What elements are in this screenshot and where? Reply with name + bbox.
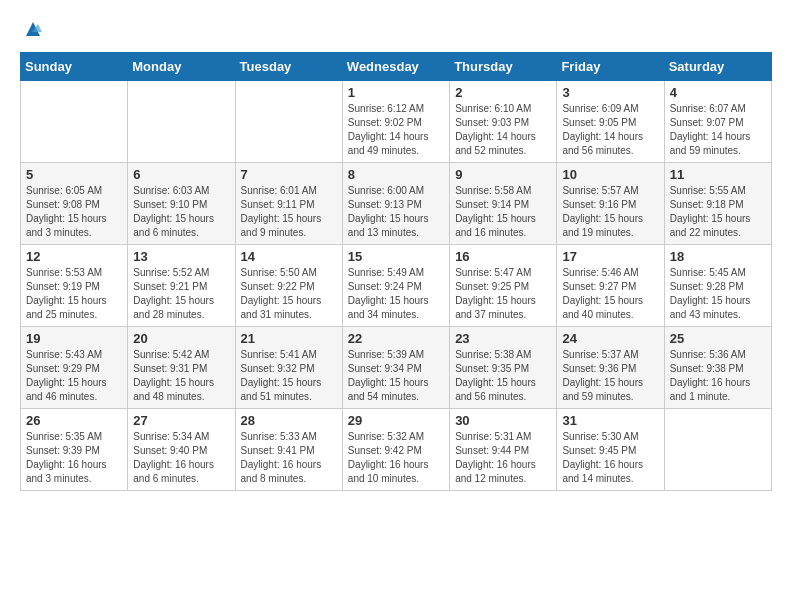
calendar-week-1: 1Sunrise: 6:12 AMSunset: 9:02 PMDaylight… (21, 81, 772, 163)
calendar-cell: 6Sunrise: 6:03 AMSunset: 9:10 PMDaylight… (128, 163, 235, 245)
calendar-table: SundayMondayTuesdayWednesdayThursdayFrid… (20, 52, 772, 491)
day-info: Sunrise: 5:34 AMSunset: 9:40 PMDaylight:… (133, 430, 229, 486)
header-tuesday: Tuesday (235, 53, 342, 81)
calendar-cell: 22Sunrise: 5:39 AMSunset: 9:34 PMDayligh… (342, 327, 449, 409)
day-number: 30 (455, 413, 551, 428)
header-saturday: Saturday (664, 53, 771, 81)
calendar-cell: 24Sunrise: 5:37 AMSunset: 9:36 PMDayligh… (557, 327, 664, 409)
calendar-cell (235, 81, 342, 163)
calendar-week-4: 19Sunrise: 5:43 AMSunset: 9:29 PMDayligh… (21, 327, 772, 409)
day-info: Sunrise: 5:32 AMSunset: 9:42 PMDaylight:… (348, 430, 444, 486)
calendar-cell: 17Sunrise: 5:46 AMSunset: 9:27 PMDayligh… (557, 245, 664, 327)
calendar-cell: 13Sunrise: 5:52 AMSunset: 9:21 PMDayligh… (128, 245, 235, 327)
header-wednesday: Wednesday (342, 53, 449, 81)
header-friday: Friday (557, 53, 664, 81)
day-number: 15 (348, 249, 444, 264)
day-info: Sunrise: 6:00 AMSunset: 9:13 PMDaylight:… (348, 184, 444, 240)
day-info: Sunrise: 5:49 AMSunset: 9:24 PMDaylight:… (348, 266, 444, 322)
day-info: Sunrise: 5:47 AMSunset: 9:25 PMDaylight:… (455, 266, 551, 322)
calendar-cell: 14Sunrise: 5:50 AMSunset: 9:22 PMDayligh… (235, 245, 342, 327)
calendar-cell: 29Sunrise: 5:32 AMSunset: 9:42 PMDayligh… (342, 409, 449, 491)
calendar-week-3: 12Sunrise: 5:53 AMSunset: 9:19 PMDayligh… (21, 245, 772, 327)
day-info: Sunrise: 5:58 AMSunset: 9:14 PMDaylight:… (455, 184, 551, 240)
header-sunday: Sunday (21, 53, 128, 81)
header-monday: Monday (128, 53, 235, 81)
day-number: 8 (348, 167, 444, 182)
day-number: 1 (348, 85, 444, 100)
day-number: 5 (26, 167, 122, 182)
logo (20, 20, 44, 36)
day-info: Sunrise: 6:09 AMSunset: 9:05 PMDaylight:… (562, 102, 658, 158)
calendar-cell: 26Sunrise: 5:35 AMSunset: 9:39 PMDayligh… (21, 409, 128, 491)
day-info: Sunrise: 5:36 AMSunset: 9:38 PMDaylight:… (670, 348, 766, 404)
calendar-cell: 5Sunrise: 6:05 AMSunset: 9:08 PMDaylight… (21, 163, 128, 245)
calendar-cell: 21Sunrise: 5:41 AMSunset: 9:32 PMDayligh… (235, 327, 342, 409)
day-number: 19 (26, 331, 122, 346)
calendar-cell (128, 81, 235, 163)
day-info: Sunrise: 5:46 AMSunset: 9:27 PMDaylight:… (562, 266, 658, 322)
calendar-cell: 28Sunrise: 5:33 AMSunset: 9:41 PMDayligh… (235, 409, 342, 491)
day-info: Sunrise: 5:45 AMSunset: 9:28 PMDaylight:… (670, 266, 766, 322)
day-number: 31 (562, 413, 658, 428)
calendar-cell: 12Sunrise: 5:53 AMSunset: 9:19 PMDayligh… (21, 245, 128, 327)
day-info: Sunrise: 6:01 AMSunset: 9:11 PMDaylight:… (241, 184, 337, 240)
day-info: Sunrise: 5:31 AMSunset: 9:44 PMDaylight:… (455, 430, 551, 486)
day-number: 25 (670, 331, 766, 346)
calendar-cell: 2Sunrise: 6:10 AMSunset: 9:03 PMDaylight… (450, 81, 557, 163)
day-number: 24 (562, 331, 658, 346)
day-info: Sunrise: 5:30 AMSunset: 9:45 PMDaylight:… (562, 430, 658, 486)
header-thursday: Thursday (450, 53, 557, 81)
calendar-cell: 4Sunrise: 6:07 AMSunset: 9:07 PMDaylight… (664, 81, 771, 163)
day-info: Sunrise: 5:37 AMSunset: 9:36 PMDaylight:… (562, 348, 658, 404)
day-info: Sunrise: 6:07 AMSunset: 9:07 PMDaylight:… (670, 102, 766, 158)
calendar-cell: 9Sunrise: 5:58 AMSunset: 9:14 PMDaylight… (450, 163, 557, 245)
day-number: 6 (133, 167, 229, 182)
day-number: 13 (133, 249, 229, 264)
calendar-cell: 19Sunrise: 5:43 AMSunset: 9:29 PMDayligh… (21, 327, 128, 409)
day-info: Sunrise: 5:52 AMSunset: 9:21 PMDaylight:… (133, 266, 229, 322)
day-info: Sunrise: 5:41 AMSunset: 9:32 PMDaylight:… (241, 348, 337, 404)
calendar-cell: 27Sunrise: 5:34 AMSunset: 9:40 PMDayligh… (128, 409, 235, 491)
calendar-cell: 18Sunrise: 5:45 AMSunset: 9:28 PMDayligh… (664, 245, 771, 327)
day-number: 11 (670, 167, 766, 182)
calendar-cell: 20Sunrise: 5:42 AMSunset: 9:31 PMDayligh… (128, 327, 235, 409)
day-number: 14 (241, 249, 337, 264)
day-number: 16 (455, 249, 551, 264)
day-info: Sunrise: 6:10 AMSunset: 9:03 PMDaylight:… (455, 102, 551, 158)
day-info: Sunrise: 6:12 AMSunset: 9:02 PMDaylight:… (348, 102, 444, 158)
day-number: 7 (241, 167, 337, 182)
day-number: 9 (455, 167, 551, 182)
calendar-cell: 1Sunrise: 6:12 AMSunset: 9:02 PMDaylight… (342, 81, 449, 163)
day-number: 26 (26, 413, 122, 428)
page-header (20, 20, 772, 36)
day-number: 20 (133, 331, 229, 346)
calendar-cell: 15Sunrise: 5:49 AMSunset: 9:24 PMDayligh… (342, 245, 449, 327)
calendar-header-row: SundayMondayTuesdayWednesdayThursdayFrid… (21, 53, 772, 81)
logo-icon (22, 18, 44, 40)
day-number: 3 (562, 85, 658, 100)
calendar-cell: 3Sunrise: 6:09 AMSunset: 9:05 PMDaylight… (557, 81, 664, 163)
day-number: 29 (348, 413, 444, 428)
calendar-cell: 30Sunrise: 5:31 AMSunset: 9:44 PMDayligh… (450, 409, 557, 491)
calendar-week-2: 5Sunrise: 6:05 AMSunset: 9:08 PMDaylight… (21, 163, 772, 245)
day-info: Sunrise: 5:43 AMSunset: 9:29 PMDaylight:… (26, 348, 122, 404)
day-number: 4 (670, 85, 766, 100)
calendar-cell (664, 409, 771, 491)
calendar-cell: 10Sunrise: 5:57 AMSunset: 9:16 PMDayligh… (557, 163, 664, 245)
day-number: 17 (562, 249, 658, 264)
day-info: Sunrise: 5:50 AMSunset: 9:22 PMDaylight:… (241, 266, 337, 322)
day-info: Sunrise: 5:35 AMSunset: 9:39 PMDaylight:… (26, 430, 122, 486)
day-info: Sunrise: 5:42 AMSunset: 9:31 PMDaylight:… (133, 348, 229, 404)
calendar-cell (21, 81, 128, 163)
day-info: Sunrise: 5:33 AMSunset: 9:41 PMDaylight:… (241, 430, 337, 486)
day-number: 12 (26, 249, 122, 264)
day-number: 21 (241, 331, 337, 346)
day-info: Sunrise: 5:57 AMSunset: 9:16 PMDaylight:… (562, 184, 658, 240)
calendar-cell: 16Sunrise: 5:47 AMSunset: 9:25 PMDayligh… (450, 245, 557, 327)
day-number: 28 (241, 413, 337, 428)
day-info: Sunrise: 5:39 AMSunset: 9:34 PMDaylight:… (348, 348, 444, 404)
day-number: 23 (455, 331, 551, 346)
day-number: 22 (348, 331, 444, 346)
calendar-cell: 25Sunrise: 5:36 AMSunset: 9:38 PMDayligh… (664, 327, 771, 409)
calendar-cell: 8Sunrise: 6:00 AMSunset: 9:13 PMDaylight… (342, 163, 449, 245)
